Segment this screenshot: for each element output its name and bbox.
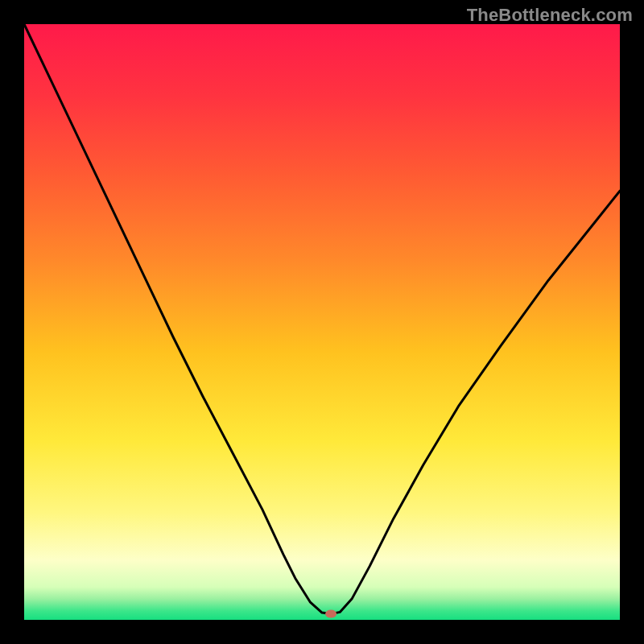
bottleneck-chart	[0, 0, 644, 644]
chart-container: TheBottleneck.com	[0, 0, 644, 644]
watermark-text: TheBottleneck.com	[467, 5, 633, 26]
optimal-point-marker	[325, 610, 336, 618]
plot-background	[24, 24, 620, 620]
